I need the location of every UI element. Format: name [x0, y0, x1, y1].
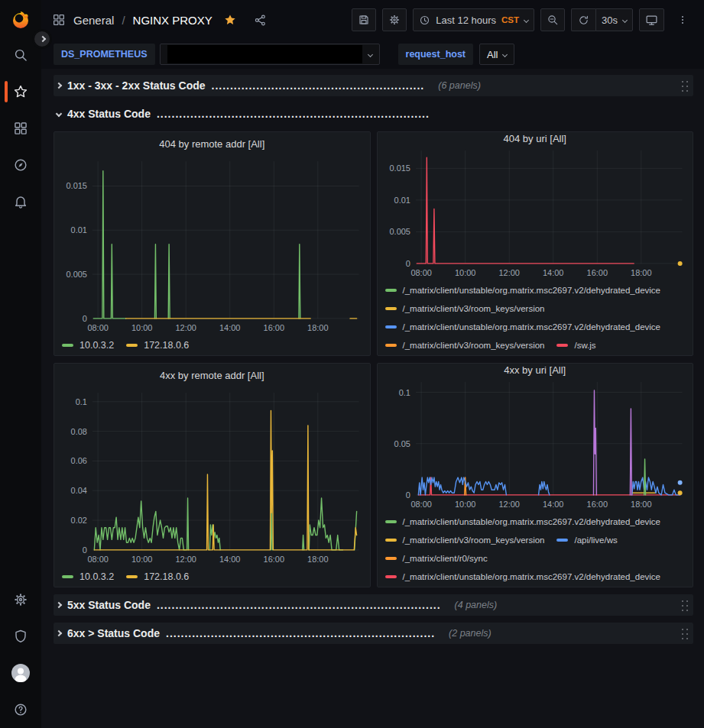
svg-text:14:00: 14:00: [543, 268, 563, 277]
zoom-out-icon: [547, 14, 559, 26]
more-options-kebab[interactable]: [670, 8, 695, 31]
panel-title[interactable]: 4xx by uri [All]: [382, 364, 689, 376]
tv-mode-button[interactable]: [639, 8, 664, 31]
legend-series-swatch: [385, 520, 397, 523]
panel-404-by-uri: 404 by uri [All] 08:0010:0012:0014:0016:…: [377, 131, 694, 356]
svg-text:0: 0: [405, 490, 410, 500]
svg-text:12:00: 12:00: [175, 555, 196, 564]
panel-title[interactable]: 404 by uri [All]: [382, 132, 689, 144]
star-icon: [13, 84, 28, 99]
row-title: 5xx Status Code: [67, 599, 151, 611]
time-range-picker[interactable]: Last 12 hours CST: [413, 8, 534, 31]
favorite-star-button[interactable]: [223, 13, 237, 27]
chart-legend: /_matrix/client/unstable/org.matrix.msc2…: [382, 280, 689, 355]
share-button[interactable]: [254, 14, 267, 27]
panel-title[interactable]: 4xx by remote addr [All]: [59, 364, 365, 387]
sidebar-item-explore[interactable]: [0, 147, 41, 183]
legend-item[interactable]: /_matrix/client/v3/room_keys/version: [385, 300, 545, 317]
legend-item[interactable]: /api/live/ws: [556, 532, 617, 548]
legend-item[interactable]: /_matrix/client/unstable/org.matrix.msc2…: [385, 568, 661, 585]
svg-text:10:00: 10:00: [454, 268, 475, 277]
sidebar-item-profile[interactable]: [0, 655, 41, 691]
row-drag-handle[interactable]: [680, 79, 689, 92]
panel-title[interactable]: 404 by remote addr [All]: [59, 132, 365, 155]
request-host-picker[interactable]: All: [479, 44, 514, 65]
svg-text:0: 0: [83, 314, 87, 323]
sidebar-item-starred[interactable]: [0, 73, 41, 110]
legend-item[interactable]: 10.0.3.2: [62, 568, 114, 585]
svg-text:10:00: 10:00: [454, 500, 475, 509]
sidebar-item-dashboards[interactable]: [0, 110, 41, 147]
chart-plot[interactable]: 08:0010:0012:0014:0016:0018:0000.020.040…: [59, 387, 365, 567]
main-area: General / NGINX PROXY: [41, 0, 704, 728]
legend-item[interactable]: 10.0.3.2: [62, 337, 114, 354]
legend-series-label: 172.18.0.6: [144, 340, 189, 351]
legend-item[interactable]: 172.18.0.6: [126, 337, 189, 354]
row-6xx-status-code[interactable]: 6xx > Status Code ......................…: [54, 623, 693, 644]
refresh-interval-label: 30s: [602, 15, 618, 26]
chart-plot[interactable]: 08:0010:0012:0014:0016:0018:0000.0050.01…: [382, 144, 689, 280]
breadcrumb-separator: /: [122, 14, 125, 27]
avatar: [11, 663, 31, 683]
search-icon: [13, 47, 28, 63]
bell-icon: [13, 194, 28, 209]
time-range-label: Last 12 hours: [436, 15, 496, 26]
chevron-right-icon: [56, 630, 62, 636]
sidebar-item-help[interactable]: [0, 691, 41, 728]
sidebar-item-server-admin[interactable]: [0, 618, 41, 655]
legend-series-swatch: [556, 539, 568, 542]
svg-text:14:00: 14:00: [543, 500, 563, 509]
svg-text:0: 0: [405, 259, 410, 268]
star-filled-icon: [223, 13, 237, 27]
row-title: 6xx > Status Code: [67, 627, 160, 639]
variables-bar: DS_PROMETHEUS request_host All: [41, 40, 704, 69]
svg-text:0.02: 0.02: [71, 516, 87, 525]
share-icon: [254, 14, 267, 27]
chart-plot[interactable]: 08:0010:0012:0014:0016:0018:0000.0050.01…: [59, 155, 365, 335]
row-title: 1xx - 3xx - 2xx Status Code: [67, 79, 206, 92]
dashboard-settings-button[interactable]: [382, 8, 407, 31]
redacted-datasource-value: [167, 45, 362, 63]
row-1xx-3xx-2xx-status-code[interactable]: 1xx - 3xx - 2xx Status Code ............…: [54, 75, 693, 96]
svg-text:18:00: 18:00: [631, 268, 651, 277]
row-5xx-status-code[interactable]: 5xx Status Code ........................…: [54, 594, 693, 616]
svg-text:16:00: 16:00: [264, 555, 284, 564]
legend-item[interactable]: 172.18.0.6: [126, 568, 189, 585]
legend-series-swatch: [385, 289, 397, 292]
legend-item[interactable]: /_matrix/client/v3/room_keys/version: [385, 532, 545, 548]
legend-item[interactable]: /_matrix/client/r0/sync: [385, 550, 488, 567]
legend-item[interactable]: /_matrix/client/v3/room_keys/version: [385, 337, 545, 354]
sidebar-expand-button[interactable]: [32, 29, 52, 49]
legend-series-label: /api/live/ws: [574, 535, 617, 545]
legend-item[interactable]: /_matrix/client/unstable/org.matrix.msc2…: [385, 282, 661, 299]
row-4xx-status-code[interactable]: 4xx Status Code ........................…: [54, 103, 693, 125]
save-dashboard-button[interactable]: [352, 8, 376, 31]
svg-text:0.005: 0.005: [67, 270, 87, 279]
legend-item[interactable]: /sw.js: [556, 337, 595, 354]
refresh-button[interactable]: [571, 8, 595, 31]
row-drag-handle[interactable]: [680, 598, 689, 612]
svg-text:18:00: 18:00: [307, 323, 328, 332]
breadcrumb-folder[interactable]: General: [73, 14, 114, 27]
breadcrumb-dashboard-title[interactable]: NGINX PROXY: [133, 14, 212, 27]
svg-text:18:00: 18:00: [631, 500, 651, 509]
refresh-interval-picker[interactable]: 30s: [595, 8, 633, 31]
svg-text:0.1: 0.1: [76, 397, 87, 406]
legend-series-swatch: [385, 539, 397, 542]
header-actions: Last 12 hours CST: [352, 8, 695, 31]
datasource-picker[interactable]: [160, 44, 380, 65]
legend-item[interactable]: /_matrix/client/unstable/org.matrix.msc2…: [385, 319, 661, 335]
sidebar-item-alerting[interactable]: [0, 183, 41, 220]
legend-item[interactable]: /_matrix/client/unstable/org.matrix.msc2…: [385, 513, 661, 530]
row-panel-count: (4 panels): [455, 600, 498, 610]
legend-series-label: /sw.js: [574, 341, 595, 350]
sidebar-item-configuration[interactable]: [0, 581, 41, 618]
svg-text:0.01: 0.01: [394, 196, 410, 205]
zoom-out-time-button[interactable]: [540, 8, 565, 31]
legend-series-label: /_matrix/client/unstable/org.matrix.msc2…: [403, 286, 661, 295]
variable-label-request-host: request_host: [398, 44, 474, 65]
row-leader-dots: ........................................…: [166, 627, 435, 639]
legend-series-swatch: [385, 307, 397, 310]
chart-plot[interactable]: 08:0010:0012:0014:0016:0018:0000.050.1: [382, 376, 689, 512]
row-drag-handle[interactable]: [680, 626, 689, 640]
